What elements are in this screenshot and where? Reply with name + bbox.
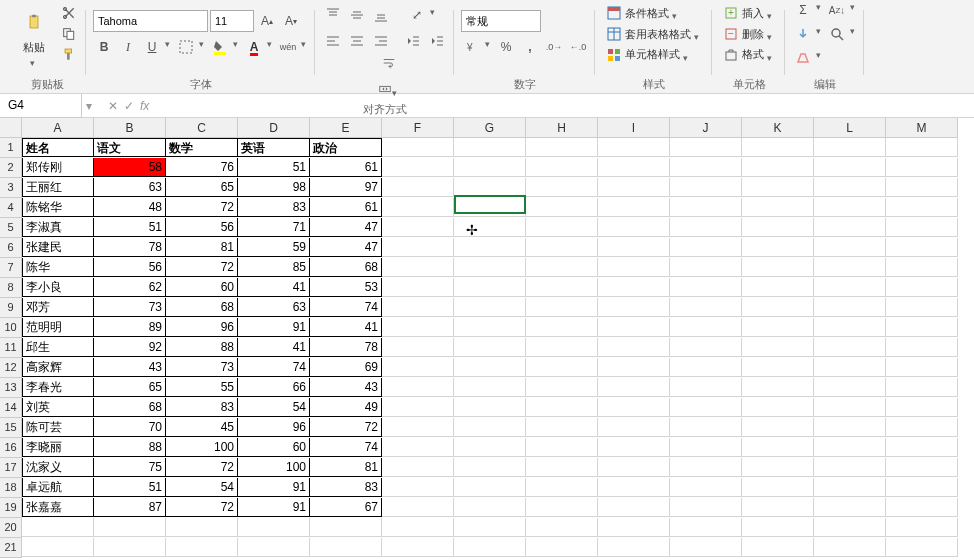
cell[interactable] <box>382 358 454 377</box>
font-color-button[interactable]: A <box>243 36 265 58</box>
column-header[interactable]: A <box>22 118 94 138</box>
cell[interactable]: 陈华 <box>22 258 94 277</box>
cell[interactable] <box>814 138 886 157</box>
table-format-button[interactable]: 套用表格格式 <box>602 25 706 44</box>
cell[interactable] <box>382 318 454 337</box>
cell[interactable] <box>814 278 886 297</box>
cell[interactable] <box>94 538 166 557</box>
find-button[interactable] <box>826 23 848 45</box>
cell[interactable] <box>742 298 814 317</box>
row-header[interactable]: 15 <box>0 418 22 438</box>
cell[interactable] <box>742 138 814 157</box>
row-header[interactable]: 21 <box>0 538 22 558</box>
cell[interactable] <box>454 198 526 217</box>
cell[interactable] <box>526 398 598 417</box>
cell[interactable] <box>238 538 310 557</box>
cell[interactable]: 78 <box>94 238 166 257</box>
cell[interactable] <box>670 198 742 217</box>
cell[interactable]: 72 <box>166 258 238 277</box>
cell[interactable] <box>886 238 958 257</box>
column-header[interactable]: E <box>310 118 382 138</box>
cell[interactable]: 48 <box>94 198 166 217</box>
cell[interactable] <box>598 298 670 317</box>
cell[interactable]: 51 <box>238 158 310 177</box>
cell[interactable]: 72 <box>166 198 238 217</box>
cell[interactable]: 83 <box>310 478 382 497</box>
cell[interactable] <box>742 378 814 397</box>
cell[interactable]: 41 <box>310 318 382 337</box>
cell[interactable]: 89 <box>94 318 166 337</box>
cell[interactable] <box>886 278 958 297</box>
cell[interactable]: 41 <box>238 338 310 357</box>
cell[interactable] <box>742 238 814 257</box>
fill-button[interactable] <box>792 23 814 45</box>
cell[interactable] <box>742 338 814 357</box>
cell[interactable] <box>742 158 814 177</box>
comma-button[interactable]: , <box>519 36 541 58</box>
cell[interactable] <box>742 318 814 337</box>
cell[interactable] <box>670 138 742 157</box>
row-header[interactable]: 18 <box>0 478 22 498</box>
cell[interactable]: 87 <box>94 498 166 517</box>
cell[interactable]: 73 <box>94 298 166 317</box>
cell[interactable] <box>526 478 598 497</box>
font-name-select[interactable] <box>93 10 208 32</box>
cell[interactable] <box>742 458 814 477</box>
phonetic-button[interactable]: wén <box>277 36 299 58</box>
cell[interactable] <box>814 178 886 197</box>
column-header[interactable]: I <box>598 118 670 138</box>
cell[interactable]: 卓远航 <box>22 478 94 497</box>
cell[interactable] <box>454 238 526 257</box>
cell[interactable] <box>886 358 958 377</box>
cell[interactable]: 60 <box>238 438 310 457</box>
cell[interactable] <box>382 138 454 157</box>
cell[interactable] <box>670 218 742 237</box>
cell[interactable] <box>454 438 526 457</box>
name-box[interactable]: G4 <box>0 94 82 118</box>
cell[interactable] <box>814 258 886 277</box>
cell[interactable] <box>598 378 670 397</box>
row-header[interactable]: 8 <box>0 278 22 298</box>
cell[interactable] <box>598 358 670 377</box>
italic-button[interactable]: I <box>117 36 139 58</box>
cell[interactable] <box>814 438 886 457</box>
cell[interactable] <box>454 278 526 297</box>
cell[interactable] <box>454 458 526 477</box>
fill-color-button[interactable] <box>209 36 231 58</box>
align-top-button[interactable] <box>322 4 344 26</box>
cell[interactable] <box>238 518 310 537</box>
cell[interactable]: 74 <box>310 438 382 457</box>
cell[interactable] <box>742 518 814 537</box>
cell[interactable] <box>670 518 742 537</box>
cell[interactable] <box>814 318 886 337</box>
cell[interactable] <box>526 278 598 297</box>
bold-button[interactable]: B <box>93 36 115 58</box>
cell[interactable] <box>526 218 598 237</box>
cell[interactable] <box>886 318 958 337</box>
cell[interactable]: 55 <box>166 378 238 397</box>
cell[interactable] <box>742 418 814 437</box>
cell[interactable]: 72 <box>166 498 238 517</box>
cell[interactable]: 63 <box>238 298 310 317</box>
cell[interactable] <box>886 398 958 417</box>
cell[interactable] <box>814 338 886 357</box>
cell[interactable]: 范明明 <box>22 318 94 337</box>
cell[interactable] <box>670 338 742 357</box>
cell[interactable] <box>382 258 454 277</box>
cell[interactable] <box>670 398 742 417</box>
cell[interactable]: 91 <box>238 318 310 337</box>
cell[interactable] <box>382 198 454 217</box>
cell[interactable]: 43 <box>94 358 166 377</box>
cell[interactable] <box>886 378 958 397</box>
cell[interactable] <box>598 218 670 237</box>
cell[interactable]: 李淑真 <box>22 218 94 237</box>
cell[interactable] <box>886 518 958 537</box>
cell[interactable]: 李晓丽 <box>22 438 94 457</box>
cell[interactable]: 92 <box>94 338 166 357</box>
cell[interactable] <box>526 378 598 397</box>
cell[interactable] <box>310 518 382 537</box>
row-header[interactable]: 5 <box>0 218 22 238</box>
cell[interactable] <box>886 438 958 457</box>
sort-filter-button[interactable]: AZ↓ <box>826 0 848 21</box>
cancel-formula-button[interactable]: ✕ <box>108 99 118 113</box>
